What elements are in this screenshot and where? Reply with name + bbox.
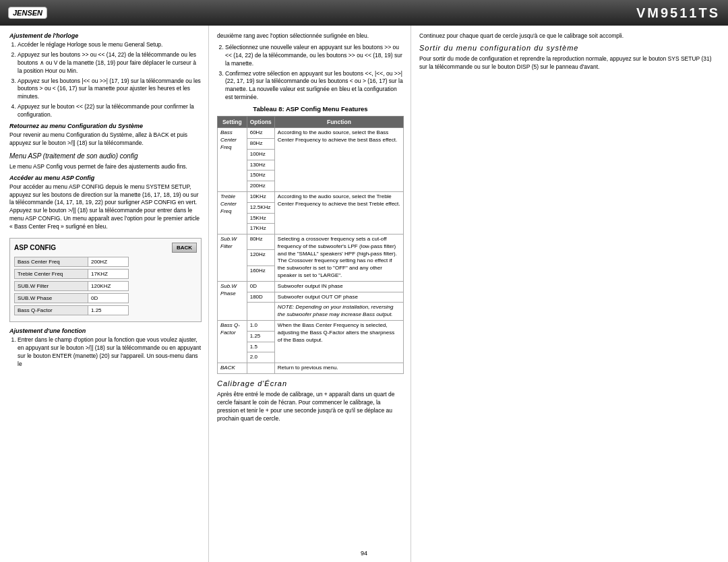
section4-title: Accéder au menu ASP Config	[9, 175, 202, 181]
function-treble-center: According to the audio source, select th…	[274, 191, 403, 234]
list-item: Appuyez sur les boutons >> ou << (14, 22…	[18, 51, 202, 75]
setting-subw-filter: Sub.W Filter	[218, 235, 247, 282]
asp-value-4: 1.25	[88, 305, 129, 315]
mid-column: deuxième rang avec l'option sélectionnée…	[209, 26, 411, 562]
page-number: 94	[361, 550, 367, 557]
list-item: Accéder le réglage Horloge sous le menu …	[18, 41, 202, 49]
asp-value-2: 120KHZ	[88, 281, 129, 291]
option-cell: 130Hz	[247, 160, 274, 170]
setting-bass-center: Bass Center Freq	[218, 128, 247, 192]
option-cell: 12.5KHz	[247, 202, 274, 213]
header: JENSEN VM9511TS	[0, 0, 728, 26]
asp-value-3: 0D	[88, 293, 129, 303]
list-item: Entrer dans le champ d'option pour la fo…	[18, 336, 202, 369]
setting-back: BACK	[218, 363, 247, 374]
option-cell: 180D	[247, 292, 274, 303]
asp-row-3: SUB.W Phase 0D	[14, 293, 197, 303]
function-bass-qfactor: When the Bass Center Frequency is select…	[274, 321, 403, 363]
option-cell: 10KHz	[247, 191, 274, 202]
section5-title: Ajustement d'une fonction	[9, 327, 202, 334]
option-cell: 80Hz	[247, 138, 274, 149]
option-cell: 15KHz	[247, 213, 274, 224]
asp-row-0: Bass Center Freq 200HZ	[14, 257, 197, 267]
function-subw-phase-0d: Subwoofer output IN phase	[274, 281, 403, 292]
table-row: Bass Q-Factor 1.0 When the Bass Center F…	[218, 321, 404, 332]
asp-value-1: 17KHZ	[88, 269, 129, 279]
table-row: Sub.W Phase 0D Subwoofer output IN phase	[218, 281, 404, 292]
section1-list: Accéder le réglage Horloge sous le menu …	[9, 41, 202, 119]
function-subw-phase-180d: Subwoofer output OUT OF phase	[274, 292, 403, 303]
option-cell: 160Hz	[247, 266, 274, 281]
calibrage-title: Calibrage d'Écran	[217, 379, 404, 387]
section1-title: Ajustement de l'horloge	[9, 32, 202, 39]
th-function: Function	[274, 117, 403, 128]
setting-subw-phase: Sub.W Phase	[218, 281, 247, 320]
list-item: Confirmez votre sélection en appuyant su…	[225, 70, 404, 102]
table-header-row: Setting Options Function	[218, 117, 404, 128]
asp-config-title: ASP CONFIG	[14, 244, 56, 251]
option-cell: 60Hz	[247, 128, 274, 139]
option-cell: 17KHz	[247, 224, 274, 235]
mid-intro: deuxième rang avec l'option sélectionnée…	[217, 32, 404, 40]
section3-text: Le menu ASP Config vous permet de faire …	[9, 163, 202, 171]
mid-list: Sélectionnez une nouvelle valeur en appu…	[217, 44, 404, 102]
section2-title: Retournez au menu Configuration du Systè…	[9, 123, 202, 129]
list-item: Appuyez sur les boutons |<< ou >>| (17, …	[18, 77, 202, 102]
section3-title: Menu ASP (traitement de son audio) confi…	[9, 152, 202, 160]
option-cell: 150Hz	[247, 170, 274, 181]
function-subw-filter: Selecting a crossover frequency sets a c…	[274, 235, 403, 282]
option-cell	[247, 303, 274, 321]
asp-label-4: Bass Q-Factor	[14, 305, 88, 315]
function-back: Return to previous menu.	[274, 363, 403, 374]
right-intro: Continuez pour chaque quart de cercle ju…	[419, 32, 719, 40]
table-row: Sub.W Filter 80Hz Selecting a crossover …	[218, 235, 404, 250]
setting-treble-center: Treble Center Freq	[218, 191, 247, 234]
section2-text: Pour revenir au menu Configuration du Sy…	[9, 131, 202, 148]
product-title: VM9511TS	[636, 5, 720, 21]
back-button[interactable]: BACK	[172, 243, 197, 253]
section4-text: Pour accéder au menu ASP CONFIG depuis l…	[9, 183, 202, 231]
option-cell: 200Hz	[247, 181, 274, 192]
setting-bass-qfactor: Bass Q-Factor	[218, 321, 247, 363]
asp-label-0: Bass Center Freq	[14, 257, 88, 267]
left-column: Ajustement de l'horloge Accéder le régla…	[0, 26, 209, 562]
asp-value-0: 200HZ	[88, 257, 129, 267]
right-column: Continuez pour chaque quart de cercle ju…	[411, 26, 728, 562]
main-content: Ajustement de l'horloge Accéder le régla…	[0, 26, 728, 562]
option-cell: 1.25	[247, 331, 274, 342]
table-row: Treble Center Freq 10KHz According to th…	[218, 191, 404, 202]
asp-config-box: ASP CONFIG BACK Bass Center Freq 200HZ T…	[9, 238, 202, 322]
option-back	[247, 363, 274, 374]
function-subw-phase-note: NOTE: Depending on your installation, re…	[274, 303, 403, 321]
th-setting: Setting	[218, 117, 247, 128]
asp-label-1: Treble Center Freq	[14, 269, 88, 279]
list-item: Appuyez sur le bouton << (22) sur la tél…	[18, 103, 202, 119]
asp-label-2: SUB.W Filter	[14, 281, 88, 291]
option-cell: 80Hz	[247, 235, 274, 250]
asp-label-3: SUB.W Phase	[14, 293, 88, 303]
function-bass-center: According to the audio source, select th…	[274, 128, 403, 192]
option-cell: 0D	[247, 281, 274, 292]
asp-row-4: Bass Q-Factor 1.25	[14, 305, 197, 315]
logo: JENSEN	[8, 7, 47, 19]
option-cell: 120Hz	[247, 250, 274, 266]
table-row: BACK Return to previous menu.	[218, 363, 404, 374]
asp-config-table: Setting Options Function Bass Center Fre…	[217, 116, 404, 374]
th-options: Options	[247, 117, 274, 128]
table-title: Tableau 8: ASP Config Menu Features	[217, 105, 404, 113]
asp-row-1: Treble Center Freq 17KHZ	[14, 269, 197, 279]
section5-list: Entrer dans le champ d'option pour la fo…	[9, 336, 202, 369]
calibrage-text: Après être entré le mode de calibrage, u…	[217, 391, 404, 423]
asp-config-header: ASP CONFIG BACK	[14, 243, 197, 253]
option-cell: 1.5	[247, 342, 274, 352]
sortir-title: Sortir du menu configuration du système	[419, 44, 719, 52]
list-item: Sélectionnez une nouvelle valeur en appu…	[225, 44, 404, 68]
option-cell: 100Hz	[247, 149, 274, 160]
asp-row-2: SUB.W Filter 120KHZ	[14, 281, 197, 291]
option-cell: 1.0	[247, 321, 274, 332]
table-row: Bass Center Freq 60Hz According to the a…	[218, 128, 404, 139]
sortir-text: Pour sortir du mode de configuration et …	[419, 55, 719, 71]
option-cell: 2.0	[247, 352, 274, 363]
